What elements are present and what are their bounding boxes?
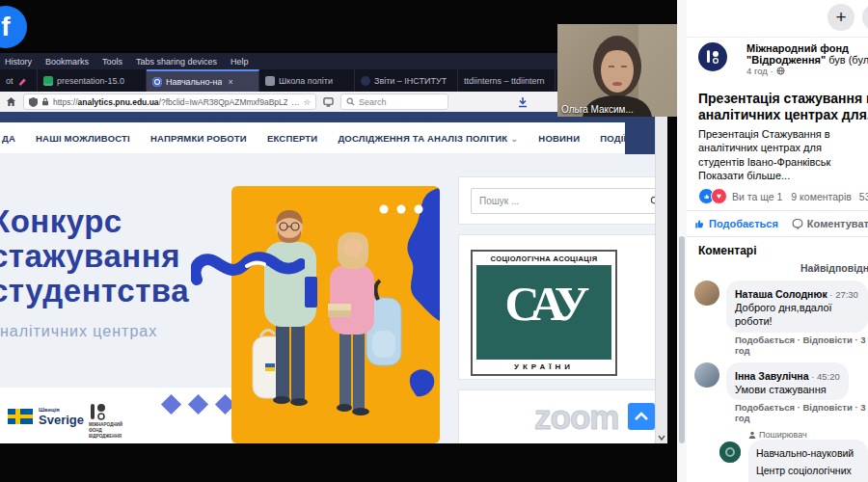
site-footer-logos: Швеція Sverige МІЖНАРОДНИЙ ФОНД ВІДРОДЖЕ…	[0, 388, 231, 443]
comment-author[interactable]: Інна Завулічна	[735, 370, 809, 382]
nav-item-experts[interactable]: ЕКСПЕРТИ	[267, 133, 317, 144]
screenshot-root: f History Bookmarks Tools Tabs sharing d…	[0, 0, 868, 482]
post-author-line2: "Відродження" був (була) в ефірі.	[746, 54, 868, 66]
comment-bubble[interactable]: Інна Завулічна · 45:20 Умови стажування	[726, 362, 849, 401]
hero-banner-image	[231, 186, 440, 443]
like-button[interactable]: Подобається	[687, 218, 785, 229]
diamond-decoration	[188, 394, 208, 415]
screenshare-icon[interactable]	[323, 97, 334, 107]
institute-favicon	[361, 76, 370, 86]
comment-button[interactable]: Коментувати	[785, 218, 868, 229]
university-favicon	[152, 77, 162, 87]
tab-label: Навчально-на	[166, 77, 222, 87]
avatar[interactable]	[694, 281, 719, 306]
site-search-card: Пошук ...	[458, 176, 666, 225]
comment-bubble[interactable]: Навчально-науковий Центр соціологічних д…	[748, 440, 868, 482]
comment-icon	[792, 218, 803, 229]
scrollbar-thumb[interactable]	[679, 236, 685, 443]
shield-icon	[29, 97, 38, 107]
hero-line: студентства	[0, 274, 189, 308]
hero-subtitle: аналітичних центрах	[0, 314, 189, 349]
add-button[interactable]: +	[827, 4, 854, 31]
blue-wave-decoration	[191, 239, 305, 289]
comment-text: Доброго дня,вдалої роботи!	[735, 302, 859, 329]
nav-item-news[interactable]: НОВИНИ	[538, 133, 580, 144]
comments-header: Коментарі	[698, 244, 868, 257]
scroll-down-arrow[interactable]	[658, 435, 665, 441]
comment-bubble[interactable]: Наташа Солоднюк · 27:30 Доброго дня,вдал…	[726, 281, 868, 333]
comment-text: Умови стажування	[735, 384, 840, 397]
post-social-row: ♥ Ви та ще 1 9 коментарів 532 пер	[698, 188, 868, 204]
irf-avatar[interactable]	[698, 42, 727, 71]
show-more-link[interactable]: Показати більше...	[698, 170, 868, 181]
post-author[interactable]: Міжнародний фонд	[746, 42, 868, 54]
live-video-frame[interactable]: f History Bookmarks Tools Tabs sharing d…	[0, 0, 677, 482]
tab-shkola[interactable]: Школа політи	[259, 69, 355, 92]
facebook-logo-letter: f	[1, 12, 10, 41]
search-icon	[346, 97, 355, 106]
site-search-placeholder: Пошук ...	[479, 196, 519, 206]
comment-timestamp[interactable]: · 27:30	[827, 289, 858, 300]
sweden-label-big: Sverige	[39, 413, 84, 427]
nav-item-directions[interactable]: НАПРЯМКИ РОБОТИ	[150, 133, 247, 144]
views-count: 532 пер	[859, 191, 868, 202]
home-icon[interactable]	[6, 96, 16, 107]
tab-close-icon[interactable]: ×	[228, 77, 232, 87]
webcam-overlay[interactable]: Ольга Максим...	[557, 24, 677, 117]
sau-card: СОЦІОЛОГІЧНА АСОЦІАЦІЯ САУ УКРАЇНИ	[458, 234, 666, 380]
post-title: Презентація стажування в аналітичних цен…	[698, 91, 868, 123]
menu-bookmarks[interactable]: Bookmarks	[45, 57, 89, 67]
nav-item-partial[interactable]: ДА	[2, 133, 15, 144]
site-nav: ДА НАШІ МОЖЛИВОСТІ НАПРЯМКИ РОБОТИ ЕКСПЕ…	[0, 122, 654, 153]
hero-heading: Конкурс стажування студентства аналітичн…	[0, 204, 189, 349]
hero-line: Конкурс	[0, 204, 189, 239]
irf-logo-icon	[89, 402, 110, 421]
nav-item-research[interactable]: ДОСЛІДЖЕННЯ ТА АНАЛІЗ ПОЛІТИК⌄	[338, 133, 518, 144]
comments-count[interactable]: 9 коментарів	[791, 191, 851, 202]
comment-actions[interactable]: Подобається · Відповісти · 3 год	[735, 402, 868, 423]
tab-active-navchalno[interactable]: Навчально-на ×	[147, 69, 259, 92]
browser-search-field[interactable]: Search	[340, 94, 448, 110]
panel-topbar: +	[687, 0, 868, 38]
sheets-icon	[43, 76, 53, 86]
center-avatar[interactable]	[719, 442, 741, 463]
sau-logo[interactable]: СОЦІОЛОГІЧНА АСОЦІАЦІЯ САУ УКРАЇНИ	[471, 250, 617, 376]
browser-scrollbar[interactable]	[655, 112, 667, 443]
menu-tabs-sharing[interactable]: Tabs sharing devices	[136, 57, 217, 67]
love-reaction-icon[interactable]: ♥	[711, 188, 727, 204]
comments-sort-selector[interactable]: Найвідповідніші	[800, 262, 868, 274]
menu-tools[interactable]: Tools	[102, 57, 122, 67]
website-viewport: ДА НАШІ МОЖЛИВОСТІ НАПРЯМКИ РОБОТИ ЕКСПЕ…	[0, 112, 667, 443]
tab-zvity[interactable]: Звіти – ІНСТИТУТ	[355, 69, 458, 92]
tab-ttdiinterns[interactable]: ttdiinterns – ttdiintern	[458, 69, 556, 92]
menu-help[interactable]: Help	[231, 57, 249, 67]
comment-item: Інна Завулічна · 45:20 Умови стажування …	[694, 362, 868, 424]
zoom-watermark-card: zoom	[458, 389, 666, 443]
person-icon	[748, 431, 756, 439]
site-search-input[interactable]: Пошук ...	[471, 188, 667, 214]
menu-history[interactable]: History	[5, 57, 32, 67]
hero-line: стажування	[0, 239, 189, 274]
zoom-watermark: zoom	[534, 398, 618, 437]
comment-timestamp[interactable]: · 45:20	[809, 371, 840, 382]
url-field[interactable]: https://analytics.pnu.edu.ua/?fbclid=IwA…	[23, 94, 316, 110]
webcam-name-label: Ольга Максим...	[561, 104, 634, 115]
tab-label: ttdiinterns – ttdiintern	[464, 76, 545, 86]
download-icon[interactable]	[517, 96, 529, 108]
tab-partial[interactable]: ot	[0, 69, 38, 92]
tab-label: Звіти – ІНСТИТУТ	[374, 76, 447, 86]
bookmark-star-icon[interactable]: ☆	[303, 97, 311, 107]
comment-actions[interactable]: Подобається · Відповісти · 3 год	[735, 335, 868, 356]
scroll-top-button[interactable]	[628, 403, 655, 430]
page-scrollbar[interactable]	[677, 0, 687, 482]
url-overflow-icon[interactable]: …	[291, 97, 300, 107]
comment-author[interactable]: Наташа Солоднюк	[735, 288, 827, 300]
nav-item-opportunities[interactable]: НАШІ МОЖЛИВОСТІ	[36, 133, 130, 144]
tab-presentation[interactable]: presentation-15.0	[38, 69, 147, 92]
partial-button[interactable]	[862, 4, 868, 31]
irf-logo-text: МІЖНАРОДНИЙ ФОНД ВІДРОДЖЕННЯ	[89, 422, 122, 440]
post-time[interactable]: 4 год ·	[746, 66, 868, 76]
url-text: https://analytics.pnu.edu.ua/?fbclid=IwA…	[53, 97, 287, 107]
reaction-summary[interactable]: Ви та ще 1	[732, 191, 782, 202]
avatar[interactable]	[694, 362, 719, 388]
